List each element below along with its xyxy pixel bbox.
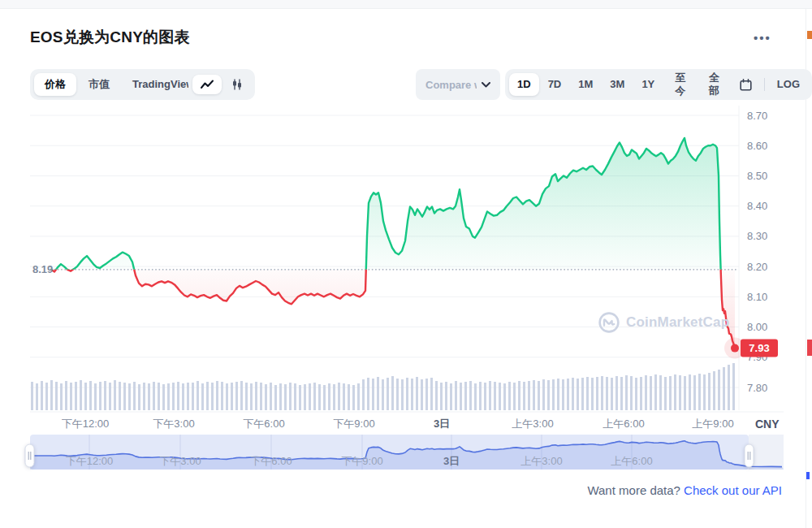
- volume-bar: [255, 382, 257, 410]
- volume-bar: [630, 376, 633, 410]
- volume-bar: [654, 374, 657, 410]
- price-chart[interactable]: 8.708.608.508.408.308.208.108.007.907.80…: [0, 0, 812, 528]
- api-promo: Want more data? Check out our API: [587, 483, 782, 497]
- brush-axis-label: 3日: [443, 455, 460, 467]
- volume-bar: [299, 385, 301, 410]
- y-axis-label: 8.70: [747, 110, 767, 122]
- volume-bar: [625, 375, 628, 410]
- volume-bar: [148, 383, 150, 410]
- volume-bar: [557, 379, 559, 410]
- volume-bar: [119, 382, 121, 410]
- y-axis-label: 8.30: [747, 230, 767, 242]
- volume-bar: [577, 379, 579, 410]
- volume-bar: [304, 384, 306, 410]
- brush-axis-label: 上午3:00: [520, 455, 562, 467]
- volume-bar: [669, 376, 672, 410]
- brush-handle-right[interactable]: [745, 444, 754, 467]
- volume-bar: [138, 384, 140, 410]
- volume-bar: [309, 383, 311, 410]
- volume-bar: [401, 379, 404, 410]
- volume-bar: [182, 383, 184, 410]
- open-price-label: 8.19: [32, 263, 53, 275]
- volume-bar: [640, 377, 642, 410]
- volume-bar: [372, 379, 374, 410]
- volume-bar: [703, 374, 706, 410]
- volume-bar: [343, 383, 345, 410]
- volume-bar: [396, 379, 399, 410]
- volume-bar: [153, 382, 155, 410]
- volume-bar: [469, 381, 472, 410]
- volume-bar: [114, 380, 116, 410]
- volume-bar: [84, 383, 87, 410]
- volume-bar: [123, 383, 126, 410]
- volume-bar: [567, 379, 569, 410]
- y-axis-label: 8.60: [747, 140, 767, 152]
- volume-bar: [294, 383, 296, 410]
- brush-axis-label: 下午9:00: [341, 455, 382, 467]
- volume-bar: [445, 382, 447, 410]
- api-link[interactable]: Check out our API: [684, 483, 782, 497]
- watermark: CoinMarketCap: [598, 312, 729, 333]
- volume-bar: [41, 381, 43, 410]
- volume-bar: [231, 383, 233, 410]
- x-axis-label: 上午6:00: [603, 418, 644, 430]
- volume-bar: [606, 377, 608, 410]
- watermark-text: CoinMarketCap: [626, 314, 729, 331]
- volume-bar: [508, 382, 511, 410]
- volume-bar: [684, 376, 686, 410]
- volume-bar: [455, 381, 457, 410]
- volume-bar: [357, 383, 360, 410]
- last-price-badge-text: 7.93: [749, 342, 769, 354]
- volume-bar: [391, 376, 394, 410]
- volume-bar: [45, 383, 48, 410]
- volume-bar: [484, 383, 486, 410]
- volume-bar: [352, 385, 355, 410]
- volume-bar: [611, 378, 613, 410]
- volume-bar: [289, 383, 292, 410]
- volume-bar: [601, 376, 603, 410]
- coinmarketcap-logo-icon: [598, 312, 620, 333]
- brush-handle-left[interactable]: [25, 444, 34, 467]
- volume-bar: [479, 382, 482, 410]
- volume-bar: [728, 365, 730, 410]
- volume-bar: [542, 379, 545, 410]
- volume-bar: [55, 382, 58, 410]
- volume-bar: [659, 375, 662, 410]
- volume-bar: [460, 383, 462, 410]
- volume-bar: [323, 385, 326, 410]
- volume-bar: [440, 383, 443, 410]
- brush-axis-label: 上午6:00: [611, 455, 652, 467]
- volume-bar: [284, 384, 287, 410]
- brush-axis-label: 下午3:00: [159, 455, 201, 467]
- volume-bar: [348, 384, 350, 410]
- x-axis-label: 3日: [434, 418, 450, 430]
- last-point-dot: [731, 344, 739, 353]
- volume-bar: [133, 382, 136, 410]
- volume-bar: [201, 383, 204, 410]
- currency-label: CNY: [755, 418, 780, 431]
- volume-bar: [377, 377, 379, 410]
- volume-bar: [104, 381, 106, 410]
- volume-bar: [620, 377, 623, 410]
- volume-bar: [552, 379, 555, 410]
- volume-bar: [591, 378, 594, 410]
- volume-bar: [635, 378, 637, 410]
- volume-bar: [143, 383, 145, 410]
- volume-bar: [450, 383, 452, 410]
- y-axis-label: 8.40: [747, 200, 767, 212]
- volume-bar: [425, 379, 428, 410]
- volume-bar: [416, 377, 418, 410]
- volume-bar: [698, 374, 701, 410]
- volume-bar: [31, 382, 33, 410]
- volume-bar: [547, 380, 550, 410]
- volume-bar: [211, 383, 214, 410]
- volume-bar: [596, 377, 598, 410]
- volume-bar: [162, 384, 165, 410]
- volume-bar: [265, 384, 267, 410]
- volume-bar: [421, 379, 423, 410]
- volume-bar: [235, 382, 238, 410]
- volume-bar: [158, 383, 160, 410]
- brush-axis-label: 下午12:00: [66, 455, 114, 467]
- y-axis-label: 8.00: [747, 321, 767, 333]
- volume-bar: [387, 378, 389, 410]
